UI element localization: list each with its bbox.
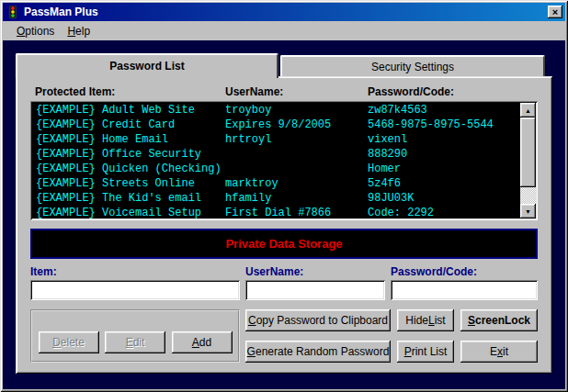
list-item-username: Expires 9/8/2005 — [225, 118, 368, 132]
tab-password-list[interactable]: Password List — [16, 53, 278, 78]
list-item-password: 888290 — [368, 147, 518, 162]
copy-password-button[interactable]: Copy Password to Clipboard — [245, 309, 391, 331]
list-item-password: 98JU03K — [368, 191, 518, 206]
list-item-password: Code: 2292 — [368, 206, 518, 218]
list-item[interactable]: {EXAMPLE} Adult Web Site troyboy zw87k45… — [32, 103, 518, 118]
list-item-password: Homer — [368, 162, 518, 176]
password-field[interactable] — [391, 280, 538, 300]
list-item[interactable]: {EXAMPLE} Voicemail Setup First Dial #78… — [32, 206, 518, 218]
list-item-password: vixenl — [368, 132, 518, 147]
close-button[interactable]: × — [548, 6, 562, 18]
list-item-name: {EXAMPLE} Quicken (Checking) — [32, 162, 225, 176]
list-item-password: 5z4f6 — [368, 176, 518, 191]
list-item-username — [225, 147, 368, 162]
client-area: Password List Security Settings Protecte… — [3, 40, 565, 389]
banner-text: Private Data Storage — [225, 237, 342, 251]
traffic-light-icon — [6, 6, 20, 19]
exit-button[interactable]: Exit — [460, 341, 538, 363]
list-item-name: {EXAMPLE} Streets Online — [32, 176, 225, 191]
password-list-panel: Protected Item: UserName: Password/Code:… — [16, 76, 552, 374]
entry-form-labels: Item: UserName: Password/Code: — [30, 265, 538, 278]
username-field[interactable] — [245, 280, 385, 300]
menu-help[interactable]: Help — [61, 23, 97, 39]
app-window: PassMan Plus × Options Help Password Lis… — [0, 0, 568, 392]
delete-button[interactable]: Delete — [39, 331, 99, 353]
list-item-name: {EXAMPLE} The Kid's email — [32, 191, 225, 206]
list-item-name: {EXAMPLE} Voicemail Setup — [32, 206, 225, 218]
list-scrollbar[interactable]: ▲ ▼ — [520, 103, 536, 218]
generate-password-button[interactable]: Generate Random Password — [245, 341, 391, 363]
title-bar[interactable]: PassMan Plus × — [3, 3, 565, 21]
window-title: PassMan Plus — [24, 6, 548, 18]
screenlock-button[interactable]: ScreenLock — [460, 309, 538, 331]
print-list-button[interactable]: Print List — [397, 341, 454, 363]
tab-security-settings[interactable]: Security Settings — [280, 55, 545, 76]
entry-form-inputs — [30, 280, 538, 300]
list-item[interactable]: {EXAMPLE} Home Email hrtroyl vixenl — [32, 132, 518, 147]
list-item[interactable]: {EXAMPLE} Quicken (Checking) Homer — [32, 162, 518, 176]
list-item-username: First Dial #7866 — [225, 206, 368, 218]
item-label: Item: — [30, 265, 245, 278]
edit-button[interactable]: Edit — [105, 331, 165, 353]
list-item-name: {EXAMPLE} Office Security — [32, 147, 225, 162]
list-item-password: 5468-9875-8975-5544 — [368, 118, 518, 132]
button-area: Delete Edit Add Copy Password to Clipboa… — [30, 309, 538, 363]
menu-bar: Options Help — [3, 21, 565, 40]
list-item-password: zw87k4563 — [368, 103, 518, 118]
scroll-up-icon[interactable]: ▲ — [520, 103, 536, 118]
utility-buttons: Copy Password to Clipboard Hide List Scr… — [245, 309, 538, 363]
list-column-headers: Protected Item: UserName: Password/Code: — [30, 85, 538, 98]
list-item-username: hrtroyl — [225, 132, 368, 147]
list-item-username: troyboy — [225, 103, 368, 118]
header-username: UserName: — [225, 85, 368, 98]
header-protected-item: Protected Item: — [30, 85, 225, 98]
password-listbox[interactable]: {EXAMPLE} Adult Web Site troyboy zw87k45… — [30, 101, 538, 220]
list-item-username: marktroy — [225, 176, 368, 191]
scrollbar-track[interactable] — [520, 187, 536, 204]
list-item[interactable]: {EXAMPLE} Credit Card Expires 9/8/2005 5… — [32, 118, 518, 132]
list-item[interactable]: {EXAMPLE} Office Security 888290 — [32, 147, 518, 162]
add-button[interactable]: Add — [172, 331, 233, 353]
list-item[interactable]: {EXAMPLE} Streets Online marktroy 5z4f6 — [32, 176, 518, 191]
menu-options[interactable]: Options — [10, 23, 61, 39]
hide-list-button[interactable]: Hide List — [397, 309, 454, 331]
list-item-username — [225, 162, 368, 176]
private-data-banner: Private Data Storage — [30, 229, 538, 259]
list-item-name: {EXAMPLE} Adult Web Site — [32, 103, 225, 118]
list-item-name: {EXAMPLE} Home Email — [32, 132, 225, 147]
tab-strip: Password List Security Settings — [16, 51, 552, 76]
item-field[interactable] — [30, 280, 240, 300]
list-item-name: {EXAMPLE} Credit Card — [32, 118, 225, 132]
scrollbar-thumb[interactable] — [520, 118, 536, 187]
header-password: Password/Code: — [368, 85, 538, 98]
list-item-username: hfamily — [225, 191, 368, 206]
password-label: Password/Code: — [391, 265, 538, 278]
scroll-down-icon[interactable]: ▼ — [520, 204, 536, 218]
list-item[interactable]: {EXAMPLE} The Kid's email hfamily 98JU03… — [32, 191, 518, 206]
username-label: UserName: — [245, 265, 391, 278]
record-actions-group: Delete Edit Add — [30, 309, 240, 363]
password-list-rows: {EXAMPLE} Adult Web Site troyboy zw87k45… — [32, 103, 518, 218]
